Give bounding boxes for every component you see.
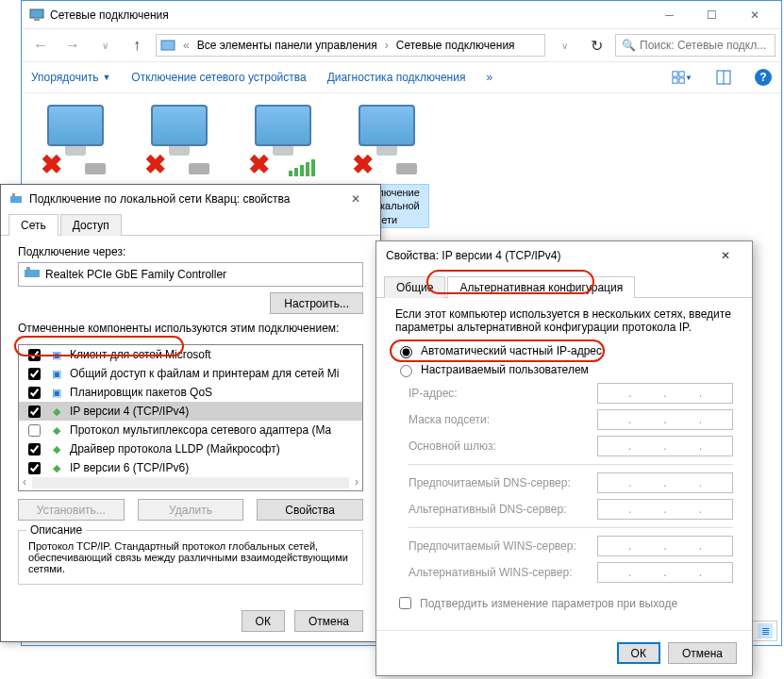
component-checkbox[interactable] [28, 406, 41, 418]
maximize-button[interactable]: ☐ [691, 2, 733, 28]
radio-auto-ip[interactable]: Автоматический частный IP-адрес [395, 343, 733, 358]
connection-item[interactable]: ✖ [137, 105, 222, 184]
wins2-input[interactable]: ... [597, 562, 733, 583]
component-row[interactable]: ▣Планировщик пакетов QoS [19, 383, 362, 402]
dns1-input[interactable]: ... [597, 472, 733, 493]
details-pane-icon[interactable] [713, 67, 734, 88]
diagnose-button[interactable]: Диагностика подключения [327, 71, 466, 84]
ok-button[interactable]: ОК [242, 610, 285, 632]
cancel-button[interactable]: Отмена [668, 642, 737, 664]
configure-button[interactable]: Настроить... [270, 292, 363, 314]
radio-user-config[interactable]: Настраиваемый пользователем [395, 362, 733, 377]
tab-network[interactable]: Сеть [8, 214, 58, 236]
dialog-body: Подключение через: Realtek PCIe GbE Fami… [1, 236, 380, 601]
component-checkbox[interactable] [28, 462, 41, 474]
search-input[interactable]: 🔍 Поиск: Сетевые подкл... [615, 34, 776, 57]
description-group: Описание Протокол TCP/IP. Стандартный пр… [18, 530, 363, 585]
dialog-footer: ОК Отмена [376, 630, 752, 675]
component-checkbox[interactable] [28, 387, 41, 399]
component-checkbox[interactable] [28, 424, 41, 437]
component-row[interactable]: ◆Драйвер протокола LLDP (Майкрософт) [19, 439, 362, 458]
component-row-ipv4[interactable]: ◆IP версии 4 (TCP/IPv4) [19, 402, 362, 421]
up-button[interactable]: ↑ [124, 33, 150, 58]
component-row[interactable]: ▣Общий доступ к файлам и принтерам для с… [19, 364, 362, 383]
plug-icon [396, 163, 417, 174]
radio-input[interactable] [400, 346, 412, 358]
adapter-icon [25, 267, 40, 283]
dropdown-arrow[interactable]: ∨ [551, 33, 577, 58]
dialog-body: Если этот компьютер используется в неско… [376, 298, 752, 630]
radio-input[interactable] [400, 365, 412, 377]
toolbar: Упорядочить▼ Отключение сетевого устройс… [22, 61, 781, 93]
view-details-icon[interactable]: ≣ [758, 623, 773, 638]
ipv4-properties-dialog: Свойства: IP версии 4 (TCP/IPv4) ✕ Общие… [375, 240, 753, 676]
connect-using-label: Подключение через: [18, 245, 363, 258]
connection-item[interactable]: ✖ [241, 105, 325, 184]
organize-button[interactable]: Упорядочить▼ [31, 71, 110, 84]
gateway-input[interactable]: ... [597, 436, 733, 456]
component-row[interactable]: ▣Клиент для сетей Microsoft [19, 345, 362, 364]
wins1-input[interactable]: ... [597, 536, 733, 556]
more-menu[interactable]: » [486, 71, 492, 84]
address-field[interactable]: « Все элементы панели управления › Сетев… [156, 34, 545, 57]
close-button[interactable]: ✕ [733, 2, 776, 28]
svg-rect-2 [161, 41, 175, 50]
close-button[interactable]: ✕ [709, 244, 742, 267]
protocol-icon: ◆ [49, 423, 64, 437]
install-button[interactable]: Установить... [18, 499, 125, 521]
component-row[interactable]: ◆IP версии 6 (TCP/IPv6) [19, 458, 362, 477]
tab-access[interactable]: Доступ [60, 214, 122, 236]
svg-rect-5 [673, 78, 677, 83]
components-list[interactable]: ▣Клиент для сетей Microsoft ▣Общий досту… [18, 344, 363, 491]
disabled-x-icon: ✖ [349, 152, 375, 178]
dns2-input[interactable]: ... [597, 499, 733, 520]
disable-device-button[interactable]: Отключение сетевого устройства [131, 71, 306, 84]
component-checkbox[interactable] [28, 368, 41, 380]
back-button[interactable]: ← [27, 33, 54, 58]
crumb-sep: « [179, 39, 193, 52]
network-icon [29, 8, 44, 23]
close-button[interactable]: ✕ [339, 188, 373, 210]
scroll-left-icon[interactable]: ‹ [23, 475, 26, 489]
search-placeholder: Поиск: Сетевые подкл... [640, 39, 766, 52]
ok-button[interactable]: ОК [617, 642, 660, 664]
ip-address-row: IP-адрес:... [409, 383, 733, 404]
cancel-button[interactable]: Отмена [294, 610, 363, 632]
adapter-name: Realtek PCIe GbE Family Controller [45, 268, 226, 281]
connection-item[interactable]: ✖ [33, 105, 118, 184]
dialog-footer: ОК Отмена [1, 601, 380, 641]
svg-rect-4 [679, 72, 684, 76]
help-icon[interactable]: ? [755, 69, 772, 86]
svg-rect-10 [12, 193, 15, 196]
client-icon: ▣ [49, 348, 64, 361]
component-checkbox[interactable] [28, 443, 41, 455]
validate-checkbox-row[interactable]: Подтвердить изменение параметров при вых… [395, 594, 733, 612]
subnet-mask-input[interactable]: ... [597, 409, 733, 430]
view-mode-icon[interactable]: ▼ [672, 67, 692, 88]
minimize-button[interactable]: ─ [648, 2, 691, 28]
adapter-field[interactable]: Realtek PCIe GbE Family Controller [18, 262, 363, 287]
tab-alternate-config[interactable]: Альтернативная конфигурация [447, 276, 635, 298]
scrollbar[interactable] [32, 477, 349, 489]
svg-rect-0 [30, 9, 43, 18]
uninstall-button[interactable]: Удалить [138, 499, 244, 521]
wins2-row: Альтернативный WINS-сервер:... [409, 562, 733, 583]
component-row[interactable]: ◆Протокол мультиплексора сетевого адапте… [19, 421, 362, 439]
crumb-nc[interactable]: Сетевые подключения [396, 39, 515, 52]
svg-rect-9 [10, 196, 22, 203]
disabled-x-icon: ✖ [245, 152, 272, 178]
tab-general[interactable]: Общие [384, 276, 445, 298]
refresh-button[interactable]: ↻ [583, 33, 609, 58]
dns1-row: Предпочитаемый DNS-сервер:... [409, 472, 733, 493]
properties-button[interactable]: Свойства [257, 499, 363, 521]
validate-checkbox[interactable] [399, 597, 411, 609]
component-checkbox[interactable] [28, 349, 41, 361]
protocol-icon: ◆ [49, 461, 64, 474]
crumb-cp[interactable]: Все элементы панели управления [197, 39, 377, 52]
svg-rect-6 [679, 78, 684, 83]
recent-dropdown[interactable]: ∨ [92, 33, 118, 58]
ip-address-input[interactable]: ... [597, 383, 733, 404]
components-label: Отмеченные компоненты используются этим … [18, 322, 363, 335]
dialog-title: Свойства: IP версии 4 (TCP/IPv4) [386, 249, 709, 262]
scroll-right-icon[interactable]: › [355, 475, 359, 489]
